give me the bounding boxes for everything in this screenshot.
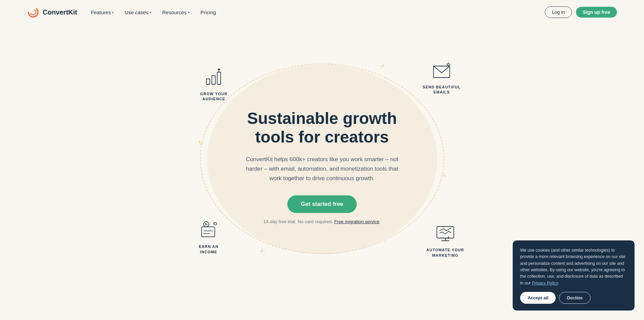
logo[interactable]: ConvertKit: [27, 6, 77, 18]
svg-rect-5: [217, 72, 221, 84]
nav-links: Features ▾ Use cases ▾ Resources ▾ Prici…: [91, 9, 216, 15]
chevron-down-icon: ▾: [150, 10, 151, 14]
nav-link-usecases[interactable]: Use cases ▾: [125, 9, 151, 15]
grow-audience-icon: [202, 65, 226, 89]
accept-cookies-button[interactable]: Accept all: [520, 292, 556, 304]
navbar: ConvertKit Features ▾ Use cases ▾ Resour…: [0, 0, 644, 24]
automate-marketing-icon: [434, 221, 457, 245]
svg-rect-13: [437, 227, 454, 238]
decline-cookies-button[interactable]: Decline: [559, 292, 590, 304]
grow-audience-label: GROW YOUR AUDIENCE: [200, 91, 228, 102]
privacy-policy-link[interactable]: Privacy Policy: [532, 281, 558, 285]
chevron-down-icon: ▾: [112, 10, 114, 14]
hero-subtitle: ConvertKit helps 600k+ creators like you…: [241, 155, 403, 183]
send-emails-icon: [430, 58, 453, 82]
svg-point-0: [28, 7, 38, 17]
feature-earn-income: EARN AN INCOME: [197, 218, 221, 255]
svg-rect-3: [206, 79, 210, 84]
svg-point-8: [203, 222, 209, 227]
svg-rect-7: [201, 227, 215, 237]
svg-rect-4: [212, 76, 215, 84]
navbar-left: ConvertKit Features ▾ Use cases ▾ Resour…: [27, 6, 216, 18]
feature-send-emails: SEND BEAUTIFUL EMAILS: [423, 58, 461, 95]
hero-center: Sustainable growth tools for creators Co…: [234, 102, 410, 231]
hero-title: Sustainable growth tools for creators: [241, 109, 403, 146]
nav-item-pricing[interactable]: Pricing: [200, 9, 216, 15]
nav-link-resources[interactable]: Resources ▾: [162, 9, 190, 15]
nav-link-pricing[interactable]: Pricing: [200, 9, 216, 15]
cookie-message: We use cookies (and other similar techno…: [520, 247, 627, 286]
logo-text: ConvertKit: [43, 8, 77, 16]
convertkit-logo-icon: [27, 6, 39, 18]
svg-marker-9: [205, 223, 207, 226]
navbar-right: Log in Sign up free: [545, 6, 617, 18]
cookie-banner: We use cookies (and other similar techno…: [513, 240, 635, 311]
feature-grow-audience: GROW YOUR AUDIENCE: [200, 65, 228, 102]
earn-income-label: EARN AN INCOME: [199, 244, 218, 255]
chevron-down-icon: ▾: [188, 10, 190, 14]
nav-item-usecases[interactable]: Use cases ▾: [125, 9, 151, 15]
nav-item-features[interactable]: Features ▾: [91, 9, 114, 15]
login-button[interactable]: Log in: [545, 6, 572, 18]
get-started-button[interactable]: Get started free: [287, 195, 357, 213]
signup-button[interactable]: Sign up free: [576, 7, 617, 18]
svg-point-1: [30, 9, 36, 15]
automate-marketing-label: AUTOMATE YOUR MARKETING: [426, 248, 464, 258]
feature-automate-marketing: AUTOMATE YOUR MARKETING: [426, 221, 464, 258]
earn-income-icon: [197, 218, 221, 241]
nav-item-resources[interactable]: Resources ▾: [162, 9, 190, 15]
cookie-actions: Accept all Decline: [520, 292, 627, 304]
send-emails-label: SEND BEAUTIFUL EMAILS: [423, 85, 461, 95]
nav-link-features[interactable]: Features ▾: [91, 9, 114, 15]
migration-link[interactable]: Free migration service: [334, 219, 380, 224]
hero-fine-print: 14-day free trial. No card required. Fre…: [241, 219, 403, 224]
